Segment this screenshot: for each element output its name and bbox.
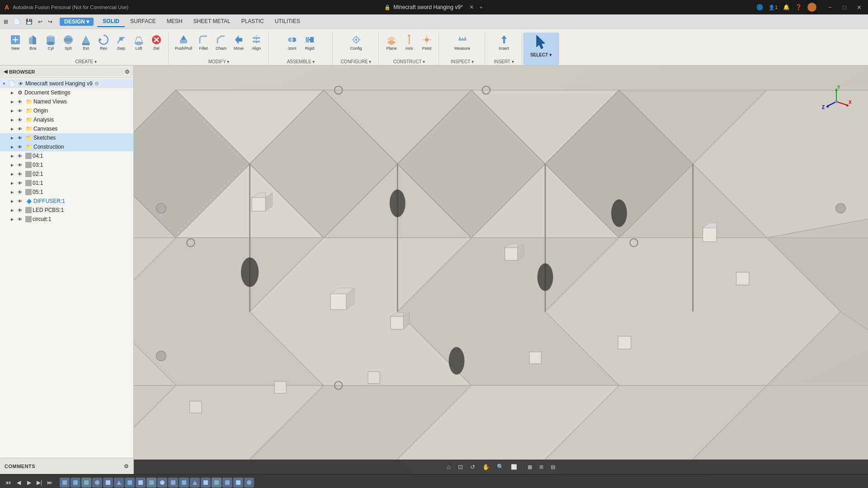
minimize-button[interactable]: −: [826, 3, 835, 12]
press-pull-btn[interactable]: Push/Pull: [173, 33, 194, 52]
display-mode-btn[interactable]: ▤: [548, 463, 557, 471]
doc-settings-item[interactable]: ▶ ⚙ Document Settings: [0, 88, 133, 97]
sphere-btn[interactable]: Sph: [60, 33, 76, 52]
root-settings-icon[interactable]: ⚙: [94, 81, 99, 87]
tl-item-3[interactable]: [81, 478, 91, 488]
sketches-item[interactable]: ▶ 👁 📁 Sketches: [0, 133, 133, 142]
eye-icon-origin[interactable]: 👁: [16, 107, 24, 114]
prev-frame-btn[interactable]: ◀: [14, 478, 23, 487]
undo-btn[interactable]: ↩: [36, 18, 44, 26]
construction-expand[interactable]: ▶: [9, 144, 15, 150]
body-04-expand[interactable]: ▶: [9, 153, 15, 159]
body-05-expand[interactable]: ▶: [9, 189, 15, 195]
configure-btn[interactable]: Config: [348, 33, 364, 52]
eye-icon-sketches[interactable]: 👁: [16, 134, 24, 141]
user-avatar[interactable]: [807, 3, 816, 12]
led-pcbs-item[interactable]: ▶ 👁 LED PCBS:1: [0, 206, 133, 215]
file-menu[interactable]: 📄: [12, 18, 22, 26]
extrude-btn[interactable]: Ext: [78, 33, 94, 52]
help-icon[interactable]: ❓: [795, 4, 802, 10]
browser-settings-icon[interactable]: ⚙: [125, 69, 130, 75]
analysis-item[interactable]: ▶ 👁 📁 Analysis: [0, 115, 133, 124]
offset-plane-btn[interactable]: Plane: [383, 33, 400, 52]
eye-icon-analysis[interactable]: 👁: [16, 116, 24, 123]
tl-item-10[interactable]: [157, 478, 167, 488]
body-02-expand[interactable]: ▶: [9, 171, 15, 177]
eye-icon-02[interactable]: 👁: [16, 170, 24, 178]
eye-icon-construction[interactable]: 👁: [16, 143, 24, 150]
new-tab-icon[interactable]: ＋: [478, 4, 484, 11]
named-views-item[interactable]: ▶ 👁 📁 Named Views: [0, 97, 133, 106]
body-04-item[interactable]: ▶ 👁 04:1: [0, 151, 133, 160]
measure-btn[interactable]: Measure: [453, 33, 472, 52]
tl-item-5[interactable]: [103, 478, 113, 488]
body-01-expand[interactable]: ▶: [9, 180, 15, 186]
eye-icon-05[interactable]: 👁: [16, 188, 24, 196]
tab-utilities[interactable]: UTILITIES: [269, 16, 306, 27]
sketches-expand[interactable]: ▶: [9, 135, 15, 141]
tl-item-6[interactable]: [114, 478, 124, 488]
named-views-expand[interactable]: ▶: [9, 99, 15, 105]
new-component-btn[interactable]: New: [7, 33, 24, 52]
tl-item-17[interactable]: [233, 478, 243, 488]
tl-item-18[interactable]: [244, 478, 254, 488]
play-btn[interactable]: ▶: [24, 478, 33, 487]
doc-settings-expand[interactable]: ▶: [9, 89, 15, 96]
close-tab-icon[interactable]: ✕: [469, 4, 474, 10]
canvases-expand[interactable]: ▶: [9, 126, 15, 132]
user-count-icon[interactable]: 👤1: [769, 5, 778, 10]
tab-sheet-metal[interactable]: SHEET METAL: [188, 16, 236, 27]
eye-icon-04[interactable]: 👁: [16, 152, 24, 160]
circuit-expand[interactable]: ▶: [9, 216, 15, 222]
app-icon-menu[interactable]: ⊞: [2, 18, 10, 26]
diffuser-item[interactable]: ▶ 👁 🔷 DIFFUSER:1: [0, 197, 133, 206]
loft-btn[interactable]: Loft: [131, 33, 147, 52]
construction-item[interactable]: ▶ 👁 📁 Construction: [0, 142, 133, 151]
body-03-item[interactable]: ▶ 👁 03:1: [0, 160, 133, 169]
tl-item-2[interactable]: [71, 478, 80, 488]
zoom-btn[interactable]: 🔍: [495, 462, 506, 471]
fit-view-btn[interactable]: ⊡: [456, 462, 465, 472]
close-button[interactable]: ✕: [854, 3, 863, 12]
body-01-item[interactable]: ▶ 👁 01:1: [0, 178, 133, 188]
fillet-btn[interactable]: Fillet: [195, 33, 212, 52]
pan-btn[interactable]: ✋: [480, 462, 492, 472]
tl-item-4[interactable]: [92, 478, 102, 488]
sweep-btn[interactable]: Swp: [113, 33, 129, 52]
diffuser-expand[interactable]: ▶: [9, 198, 15, 204]
tl-item-11[interactable]: [168, 478, 178, 488]
insert-btn[interactable]: Insert: [496, 33, 512, 52]
tl-item-8[interactable]: [136, 478, 146, 488]
origin-expand[interactable]: ▶: [9, 108, 15, 114]
root-expand-icon[interactable]: ▼: [1, 80, 7, 87]
revolve-btn[interactable]: Rev: [95, 33, 112, 52]
redo-btn[interactable]: ↪: [46, 18, 54, 26]
eye-icon-circuit[interactable]: 👁: [16, 216, 24, 223]
body-05-item[interactable]: ▶ 👁 05:1: [0, 188, 133, 197]
tab-solid[interactable]: SOLID: [97, 16, 125, 27]
tl-item-15[interactable]: [212, 478, 222, 488]
maximize-button[interactable]: □: [840, 3, 849, 12]
notification-icon[interactable]: 🔔: [783, 4, 790, 10]
move-copy-btn[interactable]: Move: [231, 33, 247, 52]
tab-plastic[interactable]: PLASTIC: [236, 16, 269, 27]
tl-item-7[interactable]: [125, 478, 135, 488]
delete-btn[interactable]: Del: [148, 33, 165, 52]
chamfer-btn[interactable]: Cham: [213, 33, 229, 52]
cylinder-btn[interactable]: Cyl: [42, 33, 59, 52]
eye-icon-named[interactable]: 👁: [16, 98, 24, 105]
tl-item-16[interactable]: [222, 478, 232, 488]
align-btn[interactable]: Align: [248, 33, 264, 52]
body-02-item[interactable]: ▶ 👁 02:1: [0, 169, 133, 178]
design-dropdown[interactable]: DESIGN ▾: [60, 18, 94, 26]
next-frame-btn[interactable]: ▶|: [35, 478, 44, 487]
circuit-item[interactable]: ▶ 👁 circuit:1: [0, 215, 133, 224]
tl-item-12[interactable]: [179, 478, 189, 488]
tab-mesh[interactable]: MESH: [161, 16, 188, 27]
tl-item-14[interactable]: [201, 478, 211, 488]
visibility-icon[interactable]: 👁: [17, 80, 24, 87]
box-btn[interactable]: Box: [25, 33, 41, 52]
canvases-item[interactable]: ▶ 👁 📁 Canvases: [0, 124, 133, 133]
point-btn[interactable]: Point: [419, 33, 435, 52]
tl-item-9[interactable]: [146, 478, 156, 488]
